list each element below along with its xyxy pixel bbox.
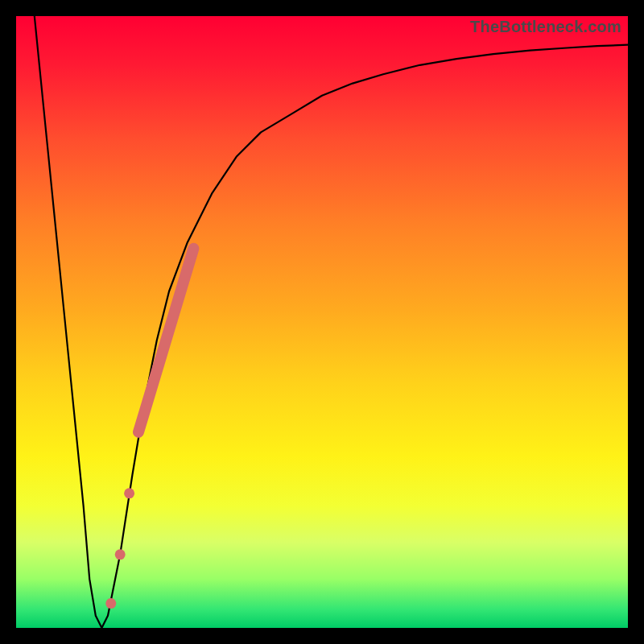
highlight-segment xyxy=(138,249,193,432)
chart-frame: TheBottleneck.com xyxy=(0,0,644,644)
highlight-dot xyxy=(115,549,126,559)
plot-area: TheBottleneck.com xyxy=(16,16,628,628)
highlight-dot xyxy=(105,598,116,609)
highlight-dots xyxy=(105,488,134,609)
chart-svg xyxy=(16,16,628,628)
bottleneck-curve-path xyxy=(35,16,628,628)
highlight-dot xyxy=(124,488,134,498)
